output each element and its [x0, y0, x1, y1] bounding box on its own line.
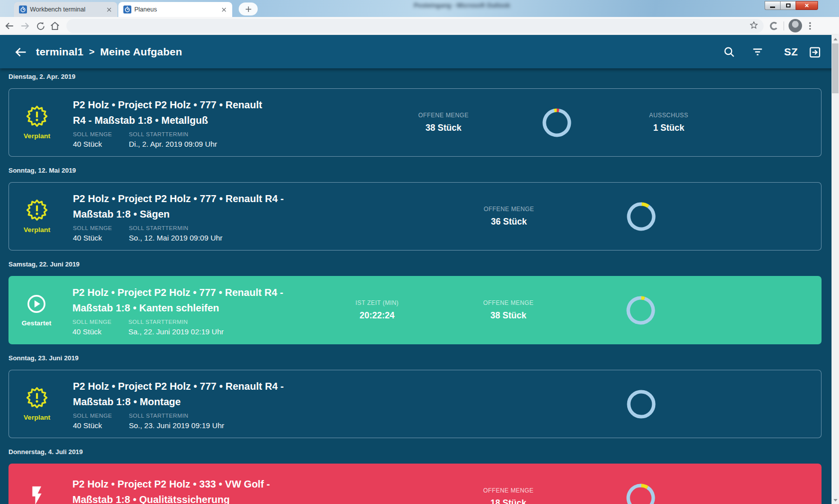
tab-label: Workbench terminal	[30, 6, 102, 13]
status-column: Verplant	[9, 105, 65, 140]
task-title-line1: P2 Holz • Project P2 Holz • 777 • Renaul…	[72, 287, 283, 298]
task-title-line2: Maßstab 1:8 • Montage	[73, 396, 181, 407]
field-value: 40 Stück	[73, 234, 122, 242]
minimize-icon	[770, 6, 775, 8]
scroll-down-button[interactable]	[832, 496, 839, 504]
metric: OFFENE MENGE38 Stück	[389, 89, 498, 156]
day-section: Donnerstag, 4. Juli 2019 P2 Holz • Proje…	[0, 448, 839, 504]
task-list: Dienstag, 2. Apr. 2019 Verplant P2 Holz …	[0, 68, 839, 504]
metric: OFFENE MENGE38 Stück	[453, 276, 563, 344]
detail-field: SOLL MENGE40 Stück	[73, 131, 122, 148]
metric-label: IST ZEIT (MIN)	[356, 299, 399, 306]
scrollbar-thumb[interactable]	[832, 43, 839, 93]
exit-to-app-icon	[808, 45, 822, 59]
fields-row: SOLL MENGE40 StückSOLL STARTTERMINDi., 2…	[73, 131, 355, 148]
task-card[interactable]: P2 Holz • Project P2 Holz • 333 • VW Gol…	[8, 464, 822, 504]
planeus-favicon-icon	[123, 5, 131, 13]
planeus-favicon-icon	[19, 5, 27, 13]
new-tab-button[interactable]	[239, 2, 258, 15]
status-column	[8, 485, 64, 504]
window-maximize-button[interactable]	[780, 1, 796, 10]
task-title-line2: Maßstab 1:8 • Qualitätssicherung	[72, 494, 230, 504]
detail-field: SOLL MENGE40 Stück	[73, 225, 122, 242]
address-bar[interactable]	[66, 19, 764, 33]
verplant-badge-icon	[26, 105, 48, 129]
status-label: Verplant	[23, 414, 50, 421]
task-title-line1: P2 Holz • Project P2 Holz • 777 • Renaul…	[73, 381, 284, 392]
app-header: terminal1 > Meine Aufgaben SZ	[0, 35, 839, 68]
user-initials-button[interactable]: SZ	[779, 35, 803, 68]
filter-button[interactable]	[749, 43, 766, 60]
task-title-line1: P2 Holz • Project P2 Holz • 777 • Renaul…	[73, 193, 284, 204]
status-column: Gestartet	[8, 293, 64, 327]
verplant-badge-icon	[26, 199, 48, 223]
metric-label: OFFENE MENGE	[483, 487, 534, 494]
window-controls: ✕	[765, 1, 818, 10]
task-title-line2: Maßstab 1:8 • Sägen	[73, 209, 170, 220]
date-header: Samstag, 22. Juni 2019	[8, 260, 839, 268]
tab-close-icon[interactable]	[105, 5, 113, 14]
extension-icon[interactable]	[768, 20, 780, 32]
fields-row: SOLL MENGE40 StückSOLL STARTTERMINSa., 2…	[72, 319, 355, 336]
metric: OFFENE MENGE36 Stück	[454, 183, 564, 250]
task-card[interactable]: Verplant P2 Holz • Project P2 Holz • 777…	[8, 182, 822, 251]
window-minimize-button[interactable]	[765, 1, 780, 10]
task-title-line2: R4 - Maßstab 1:8 • Metallguß	[73, 115, 208, 126]
home-button[interactable]	[49, 20, 61, 32]
back-button[interactable]	[3, 20, 15, 32]
field-label: SOLL MENGE	[73, 131, 122, 137]
bookmark-star-icon[interactable]	[749, 20, 759, 32]
task-title: P2 Holz • Project P2 Holz • 777 • Renaul…	[73, 97, 355, 128]
arrow-back-icon	[14, 45, 27, 59]
tab-planeus[interactable]: Planeus	[118, 2, 232, 17]
task-title: P2 Holz • Project P2 Holz • 777 • Renaul…	[72, 285, 355, 316]
task-main: P2 Holz • Project P2 Holz • 777 • Renaul…	[73, 191, 355, 242]
date-header: Sonntag, 12. Mai 2019	[8, 167, 839, 175]
progress-donut	[626, 202, 656, 232]
field-value: Di., 2. Apr. 2019 09:09 Uhr	[129, 140, 217, 148]
progress-donut	[626, 483, 656, 504]
search-button[interactable]	[721, 43, 738, 60]
task-card[interactable]: Verplant P2 Holz • Project P2 Holz • 777…	[8, 88, 822, 157]
progress-donut	[542, 108, 572, 138]
field-value: Sa., 22. Juni 2019 02:19 Uhr	[128, 327, 224, 336]
fields-row: SOLL MENGE40 StückSOLL STARTTERMINSo., 2…	[73, 413, 355, 430]
field-value: So., 12. Mai 2019 09:09 Uhr	[129, 234, 223, 242]
field-label: SOLL MENGE	[73, 413, 122, 419]
task-card[interactable]: Verplant P2 Holz • Project P2 Holz • 777…	[8, 370, 822, 438]
filter-icon	[751, 45, 764, 58]
window-close-button[interactable]: ✕	[796, 1, 818, 10]
metric-value: 20:22:24	[360, 310, 395, 321]
metric-value: 38 Stück	[490, 310, 526, 321]
tab-close-icon[interactable]	[220, 5, 228, 14]
browser-menu-button[interactable]	[804, 20, 816, 32]
detail-field: SOLL STARTTERMINSo., 23. Juni 2019 09:19…	[129, 413, 224, 430]
tab-workbench-terminal[interactable]: Workbench terminal	[14, 2, 117, 17]
browser-titlebar: Posteingang - Microsoft Outlook Workbenc…	[0, 0, 839, 17]
field-label: SOLL STARTTERMIN	[129, 225, 223, 231]
profile-avatar[interactable]	[789, 19, 802, 32]
task-card[interactable]: Gestartet P2 Holz • Project P2 Holz • 77…	[8, 276, 822, 344]
metric-value: 36 Stück	[491, 217, 527, 227]
status-label: Verplant	[23, 226, 50, 234]
reload-button[interactable]	[34, 20, 46, 32]
status-column: Verplant	[9, 199, 65, 234]
detail-field: SOLL STARTTERMINDi., 2. Apr. 2019 09:09 …	[129, 131, 217, 148]
task-main: P2 Holz • Project P2 Holz • 777 • Renaul…	[72, 285, 355, 336]
back-arrow-button[interactable]	[13, 44, 28, 59]
logout-button[interactable]	[806, 43, 823, 60]
forward-button[interactable]	[19, 20, 31, 32]
page-title: Meine Aufgaben	[100, 46, 182, 58]
task-main: P2 Holz • Project P2 Holz • 333 • VW Gol…	[72, 477, 355, 504]
field-label: SOLL MENGE	[73, 225, 122, 231]
metric-label: OFFENE MENGE	[483, 299, 534, 306]
breadcrumb: terminal1 > Meine Aufgaben	[36, 35, 182, 68]
field-value: So., 23. Juni 2019 09:19 Uhr	[129, 421, 224, 430]
metric-label: OFFENE MENGE	[484, 206, 534, 213]
metric-label: AUSSCHUSS	[649, 112, 688, 119]
task-title: P2 Holz • Project P2 Holz • 777 • Renaul…	[73, 191, 355, 222]
scroll-up-button[interactable]	[832, 35, 839, 43]
browser-toolbar	[0, 17, 839, 35]
metric-label: OFFENE MENGE	[419, 112, 469, 119]
task-title-line1: P2 Holz • Project P2 Holz • 777 • Renaul…	[73, 99, 262, 110]
